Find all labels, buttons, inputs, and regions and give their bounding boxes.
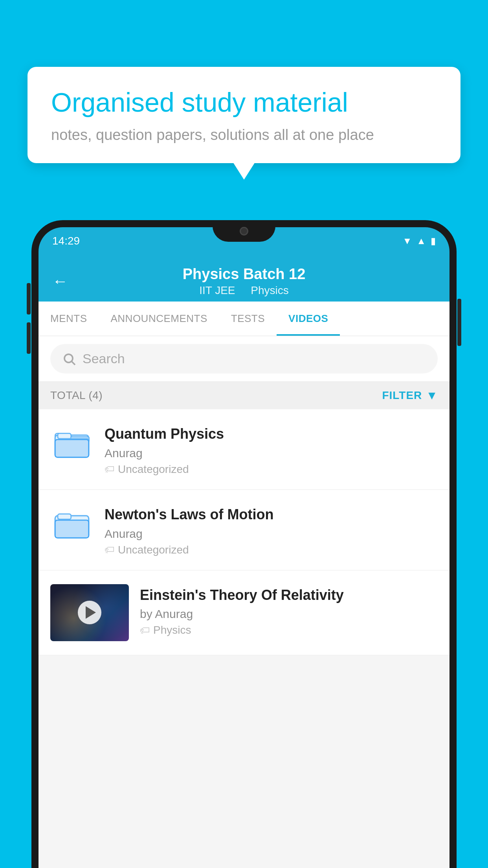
header-title: Physics Batch 12 [183,266,306,283]
play-triangle-icon [86,606,96,619]
video-title: Einstein's Theory Of Relativity [140,586,438,605]
tag-icon: 🏷 [105,463,115,475]
volume-down-button[interactable] [27,322,31,354]
volume-up-button[interactable] [27,283,31,314]
header-subtitle: IIT JEE Physics [183,284,306,297]
power-button[interactable] [457,299,461,346]
folder-icon [50,504,94,543]
play-button[interactable] [78,601,101,624]
signal-icon: ▲ [416,235,426,246]
video-tag: 🏷 Physics [140,624,438,636]
video-author: by Anurag [140,607,438,621]
phone-screen: ← Physics Batch 12 IIT JEE Physics MENTS [39,255,449,868]
video-info: Newton's Laws of Motion Anurag 🏷 Uncateg… [105,504,438,556]
notch [213,220,275,242]
bubble-title: Organised study material [51,86,437,119]
video-info: Einstein's Theory Of Relativity by Anura… [140,584,438,637]
video-thumbnail [50,584,129,641]
tag-icon: 🏷 [140,624,150,636]
tag-label: Uncategorized [118,463,189,476]
video-tag: 🏷 Uncategorized [105,463,438,476]
list-item[interactable]: Quantum Physics Anurag 🏷 Uncategorized [39,409,449,490]
list-item[interactable]: Einstein's Theory Of Relativity by Anura… [39,570,449,655]
filter-label: FILTER [382,389,422,402]
tag-icon: 🏷 [105,544,115,556]
list-item[interactable]: Newton's Laws of Motion Anurag 🏷 Uncateg… [39,490,449,570]
svg-line-1 [72,361,75,364]
phone-outer: 14:29 ▼ ▲ ▮ ← Physics Batch 12 IIT JEE [31,220,457,868]
speech-bubble: Organised study material notes, question… [28,67,460,163]
tabs-bar: MENTS ANNOUNCEMENTS TESTS VIDEOS [39,302,449,336]
battery-icon: ▮ [431,235,436,246]
total-count: TOTAL (4) [50,389,103,402]
video-title: Quantum Physics [105,425,438,443]
app-header: ← Physics Batch 12 IIT JEE Physics [39,255,449,302]
tab-announcements[interactable]: ANNOUNCEMENTS [99,302,219,336]
svg-point-0 [64,354,73,362]
filter-button[interactable]: FILTER ▼ [382,389,438,402]
header-subtitle-left: IIT JEE [199,284,235,296]
video-author: Anurag [105,527,438,541]
search-box[interactable]: Search [50,344,438,373]
svg-rect-3 [55,440,89,457]
bubble-subtitle: notes, question papers, solutions all at… [51,127,437,143]
video-title: Newton's Laws of Motion [105,506,438,524]
front-camera [240,227,248,235]
svg-rect-4 [58,433,71,439]
tab-ments[interactable]: MENTS [39,302,99,336]
search-icon [62,352,76,366]
phone-container: 14:29 ▼ ▲ ▮ ← Physics Batch 12 IIT JEE [31,220,457,868]
search-input[interactable]: Search [83,351,125,366]
video-author: Anurag [105,447,438,460]
status-time: 14:29 [52,235,80,247]
wifi-icon: ▼ [402,235,412,246]
search-container: Search [39,336,449,382]
header-title-group: Physics Batch 12 IIT JEE Physics [183,266,306,297]
svg-rect-7 [58,514,71,519]
filter-icon: ▼ [426,389,438,402]
back-button[interactable]: ← [52,272,68,290]
header-subtitle-right: Physics [251,284,288,296]
video-info: Quantum Physics Anurag 🏷 Uncategorized [105,423,438,476]
folder-icon [50,423,94,462]
header-nav: ← Physics Batch 12 IIT JEE Physics [52,266,436,302]
tag-label: Physics [153,624,191,636]
video-list: Quantum Physics Anurag 🏷 Uncategorized [39,409,449,655]
tag-label: Uncategorized [118,544,189,556]
tab-videos[interactable]: VIDEOS [277,302,340,336]
status-icons: ▼ ▲ ▮ [402,235,436,246]
filter-bar: TOTAL (4) FILTER ▼ [39,382,449,409]
video-tag: 🏷 Uncategorized [105,544,438,556]
svg-rect-6 [55,520,89,538]
tab-tests[interactable]: TESTS [219,302,277,336]
